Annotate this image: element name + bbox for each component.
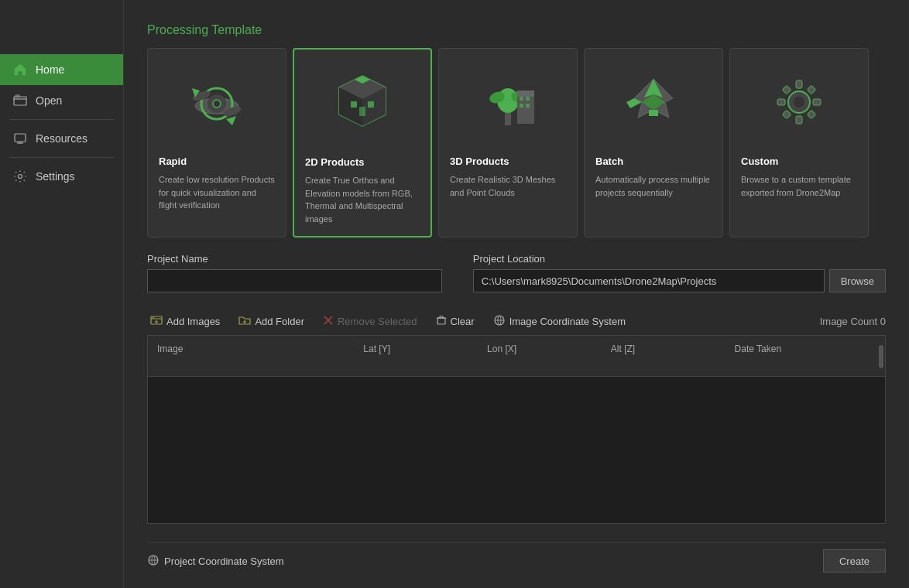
template-card-custom[interactable]: Custom Browse to a custom template expor… — [729, 48, 869, 238]
svg-rect-16 — [351, 101, 357, 108]
svg-point-46 — [153, 317, 154, 319]
3d-products-card-icon — [450, 60, 566, 145]
image-section: Add Images Add Folder Re — [147, 308, 886, 524]
batch-card-desc: Automatically process multiple projects … — [595, 173, 712, 199]
svg-rect-27 — [526, 97, 530, 101]
svg-rect-29 — [526, 104, 530, 108]
image-count-value: 0 — [880, 316, 886, 327]
svg-point-36 — [794, 97, 804, 108]
svg-rect-17 — [368, 101, 374, 108]
project-coord-system-button[interactable]: Project Coordinate System — [147, 554, 284, 569]
home-icon — [12, 62, 28, 77]
svg-rect-44 — [807, 110, 815, 118]
svg-rect-33 — [649, 110, 658, 116]
template-card-rapid[interactable]: Rapid Create low resolution Products for… — [147, 48, 286, 238]
processing-template-section: Processing Template — [147, 23, 886, 238]
custom-card-title: Custom — [741, 156, 857, 167]
template-card-3d-products[interactable]: 3D Products Create Realistic 3D Meshes a… — [438, 48, 578, 238]
svg-point-3 — [19, 175, 22, 179]
template-card-2d-products[interactable]: 2D Products Create True Orthos and Eleva… — [293, 48, 432, 238]
rapid-card-icon — [159, 60, 275, 145]
col-lon: Lon [X] — [478, 340, 602, 371]
image-table: Image Lat [Y] Lon [X] Alt [Z] Date Taken — [147, 335, 886, 524]
sidebar-item-resources[interactable]: Resources — [0, 123, 123, 154]
table-header: Image Lat [Y] Lon [X] Alt [Z] Date Taken — [148, 336, 885, 377]
add-images-label: Add Images — [166, 316, 220, 327]
remove-selected-label: Remove Selected — [338, 316, 417, 327]
svg-rect-28 — [520, 104, 523, 108]
remove-selected-button[interactable]: Remove Selected — [320, 313, 420, 330]
2d-products-card-title: 2D Products — [305, 156, 420, 168]
col-scroll — [870, 340, 886, 371]
settings-icon — [12, 169, 28, 184]
project-location-section: Project Location Browse — [473, 253, 886, 292]
batch-card-title: Batch — [595, 156, 712, 167]
resources-icon — [12, 131, 28, 146]
project-location-input[interactable] — [473, 269, 825, 292]
table-body — [148, 377, 885, 516]
sidebar-item-home[interactable]: Home — [0, 54, 123, 85]
svg-marker-10 — [226, 116, 236, 125]
project-name-section: Project Name — [147, 253, 442, 292]
add-images-icon — [150, 314, 163, 329]
2d-products-card-desc: Create True Orthos and Elevation models … — [305, 174, 420, 225]
sidebar-item-open-label: Open — [36, 94, 62, 107]
add-folder-icon — [238, 314, 251, 329]
sidebar-item-settings[interactable]: Settings — [0, 161, 123, 192]
col-image: Image — [148, 340, 354, 371]
image-toolbar: Add Images Add Folder Re — [147, 308, 886, 335]
remove-selected-icon — [323, 315, 334, 328]
image-count: Image Count 0 — [820, 316, 886, 327]
svg-rect-49 — [437, 318, 445, 324]
location-row: Browse — [473, 269, 886, 292]
svg-rect-40 — [813, 99, 821, 105]
sidebar-divider-2 — [9, 157, 114, 158]
col-lat: Lat [Y] — [354, 340, 478, 371]
2d-products-card-icon — [305, 60, 420, 145]
col-date: Date Taken — [725, 340, 870, 371]
add-images-button[interactable]: Add Images — [147, 313, 223, 330]
coord-system-icon — [493, 314, 506, 329]
image-coord-system-button[interactable]: Image Coordinate System — [490, 313, 629, 330]
batch-card-icon — [595, 60, 712, 145]
browse-button[interactable]: Browse — [829, 269, 886, 292]
svg-point-7 — [213, 100, 221, 108]
processing-template-title: Processing Template — [147, 23, 886, 37]
svg-rect-37 — [796, 80, 802, 88]
rapid-card-title: Rapid — [159, 156, 275, 167]
clear-label: Clear — [451, 316, 475, 327]
project-row: Project Name Project Location Browse — [147, 253, 886, 292]
svg-rect-0 — [14, 97, 26, 105]
add-folder-label: Add Folder — [255, 316, 304, 327]
svg-rect-39 — [777, 99, 785, 105]
svg-rect-41 — [782, 85, 791, 94]
template-cards: Rapid Create low resolution Products for… — [147, 48, 886, 238]
sidebar-divider — [9, 119, 114, 120]
svg-rect-25 — [517, 91, 534, 97]
svg-rect-43 — [782, 110, 791, 118]
col-alt: Alt [Z] — [602, 340, 725, 371]
custom-card-desc: Browse to a custom template exported fro… — [741, 173, 857, 199]
add-folder-button[interactable]: Add Folder — [235, 313, 307, 330]
3d-products-card-title: 3D Products — [450, 156, 566, 167]
sidebar-item-resources-label: Resources — [36, 132, 87, 145]
project-name-input[interactable] — [147, 269, 442, 292]
svg-rect-18 — [359, 107, 365, 116]
svg-rect-1 — [15, 95, 19, 97]
3d-products-card-desc: Create Realistic 3D Meshes and Point Clo… — [450, 173, 566, 199]
svg-rect-26 — [520, 97, 523, 101]
sidebar-item-home-label: Home — [36, 63, 64, 76]
custom-card-icon — [741, 60, 857, 145]
project-coord-label: Project Coordinate System — [164, 556, 284, 567]
template-card-batch[interactable]: Batch Automatically process multiple pro… — [584, 48, 723, 238]
clear-button[interactable]: Clear — [433, 313, 478, 330]
rapid-card-desc: Create low resolution Products for quick… — [159, 173, 275, 212]
svg-rect-2 — [15, 134, 26, 142]
svg-rect-38 — [796, 116, 802, 124]
create-button[interactable]: Create — [823, 549, 886, 573]
open-icon — [12, 93, 28, 108]
svg-rect-42 — [807, 85, 815, 94]
sidebar: Home Open Resources — [0, 0, 124, 588]
sidebar-item-open[interactable]: Open — [0, 85, 123, 116]
image-coord-system-label: Image Coordinate System — [509, 316, 626, 327]
